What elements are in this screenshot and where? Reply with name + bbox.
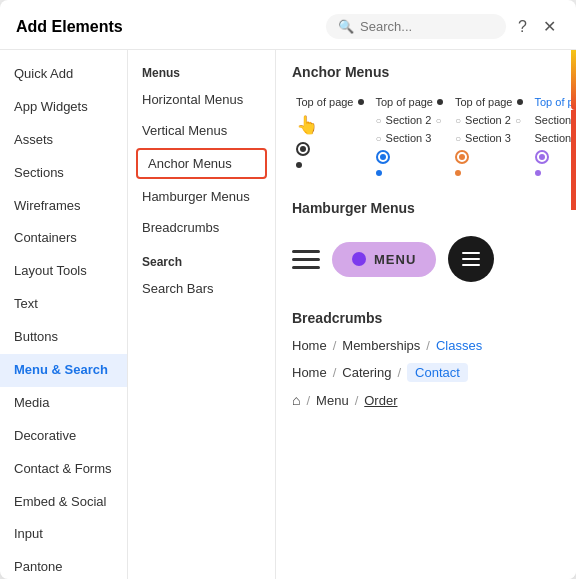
hamburger-line-2 [292, 258, 320, 261]
middle-item-search-bars[interactable]: Search Bars [128, 273, 275, 304]
anchor-row-s2-4: Section 2 [535, 114, 577, 126]
anchor-row-dot-2 [376, 170, 382, 176]
radio-filled-2 [376, 150, 390, 164]
right-edge-accent-bottom [571, 110, 576, 210]
sidebar-item-layout-tools[interactable]: Layout Tools [0, 255, 127, 288]
bc3-home-icon: ⌂ [292, 392, 300, 408]
sidebar-item-pantone-capsule[interactable]: Pantone Capsule [0, 551, 127, 579]
anchor-label-1: Top of page [296, 96, 354, 108]
search-icon: 🔍 [338, 19, 354, 34]
bc3-order: Order [364, 393, 397, 408]
hamburger-lines[interactable] [292, 250, 320, 269]
anchor-row-s2-2: ○ Section 2 ○ [376, 114, 442, 126]
hamburger-line-1 [292, 250, 320, 253]
dot-black-1 [358, 99, 364, 105]
bc1-sep1: / [333, 338, 337, 353]
panel-header: Add Elements 🔍 ? ✕ [0, 0, 576, 50]
anchor-label-2: Top of page [376, 96, 434, 108]
bc1-sep2: / [426, 338, 430, 353]
middle-menus-label: Menus [128, 58, 275, 84]
breadcrumb-row-3: ⌂ / Menu / Order [292, 392, 560, 408]
sidebar-item-media[interactable]: Media [0, 387, 127, 420]
radio-filled-3 [455, 150, 469, 164]
breadcrumb-row-1: Home / Memberships / Classes [292, 338, 560, 353]
anchor-row-cursor: 👆 [296, 114, 318, 136]
sidebar-item-containers[interactable]: Containers [0, 222, 127, 255]
dot-black-3 [517, 99, 523, 105]
anchor-row-radio-4 [535, 150, 549, 164]
bc2-contact: Contact [407, 363, 468, 382]
middle-item-hamburger-menus[interactable]: Hamburger Menus [128, 181, 275, 212]
breadcrumbs-section: Breadcrumbs Home / Memberships / Classes… [292, 310, 560, 408]
anchor-col-3: Top of page ○ Section 2 ○ ○ Section 3 [451, 92, 527, 180]
add-elements-panel: Add Elements 🔍 ? ✕ Quick AddApp WidgetsA… [0, 0, 576, 579]
middle-column: MenusHorizontal MenusVertical MenusAncho… [128, 50, 276, 579]
close-button[interactable]: ✕ [539, 15, 560, 38]
anchor-label-3: Top of page [455, 96, 513, 108]
anchor-section3-3: Section 3 [465, 132, 511, 144]
sidebar-item-app-widgets[interactable]: App Widgets [0, 91, 127, 124]
dot-black-2 [437, 99, 443, 105]
middle-item-anchor-menus[interactable]: Anchor Menus [136, 148, 267, 179]
bc2-catering: Catering [342, 365, 391, 380]
dot-orange-3 [455, 170, 461, 176]
hamburger-heading: Hamburger Menus [292, 200, 560, 216]
anchor-section2-4: Section 2 [535, 114, 577, 126]
bc2-home: Home [292, 365, 327, 380]
hamburger-pill[interactable]: MENU [332, 242, 436, 277]
header-actions: 🔍 ? ✕ [326, 14, 560, 39]
middle-item-breadcrumbs[interactable]: Breadcrumbs [128, 212, 275, 243]
panel-body: Quick AddApp WidgetsAssetsSectionsWirefr… [0, 50, 576, 579]
left-sidebar: Quick AddApp WidgetsAssetsSectionsWirefr… [0, 50, 128, 579]
bc3-sep1: / [306, 393, 310, 408]
anchor-col-4: Top of page Section 2 Section 3 [531, 92, 577, 180]
anchor-menus-grid: Top of page 👆 Top of [292, 92, 560, 180]
bc1-classes[interactable]: Classes [436, 338, 482, 353]
anchor-row-radio-2 [376, 150, 390, 164]
sidebar-item-embed-social[interactable]: Embed & Social [0, 486, 127, 519]
circle-line-1 [462, 252, 480, 254]
bc3-menu: Menu [316, 393, 349, 408]
sidebar-item-buttons[interactable]: Buttons [0, 321, 127, 354]
sidebar-item-contact-forms[interactable]: Contact & Forms [0, 453, 127, 486]
anchor-row-s3-3: ○ Section 3 [455, 132, 511, 144]
middle-item-vertical-menus[interactable]: Vertical Menus [128, 115, 275, 146]
sidebar-item-text[interactable]: Text [0, 288, 127, 321]
hamburger-circle[interactable] [448, 236, 494, 282]
anchor-section2-3: Section 2 [465, 114, 511, 126]
sidebar-item-quick-add[interactable]: Quick Add [0, 58, 127, 91]
panel-title: Add Elements [16, 18, 123, 36]
breadcrumbs-heading: Breadcrumbs [292, 310, 560, 326]
middle-item-horizontal-menus[interactable]: Horizontal Menus [128, 84, 275, 115]
anchor-row-label-1: Top of page [296, 96, 364, 108]
sidebar-item-menu-search[interactable]: Menu & Search [0, 354, 127, 387]
anchor-row-radio-1 [296, 142, 310, 156]
sidebar-item-input[interactable]: Input [0, 518, 127, 551]
anchor-row-dot-3 [455, 170, 461, 176]
circle-line-2 [462, 258, 480, 260]
bc2-sep2: / [397, 365, 401, 380]
anchor-row-dot-1 [296, 162, 302, 168]
anchor-row-s2-3: ○ Section 2 ○ [455, 114, 521, 126]
search-bar[interactable]: 🔍 [326, 14, 506, 39]
anchor-section2-2: Section 2 [386, 114, 432, 126]
anchor-section3-2: Section 3 [386, 132, 432, 144]
anchor-section3-4: Section 3 [535, 132, 577, 144]
radio-filled-4 [535, 150, 549, 164]
sidebar-item-wireframes[interactable]: Wireframes [0, 190, 127, 223]
right-content: Anchor Menus Top of page 👆 [276, 50, 576, 579]
help-button[interactable]: ? [514, 16, 531, 38]
sidebar-item-assets[interactable]: Assets [0, 124, 127, 157]
anchor-col-2: Top of page ○ Section 2 ○ ○ Section 3 [372, 92, 448, 180]
dot-blue-2 [376, 170, 382, 176]
hamburger-line-3 [292, 266, 320, 269]
bc1-home: Home [292, 338, 327, 353]
anchor-col-1: Top of page 👆 [292, 92, 368, 180]
hamburger-section: Hamburger Menus MENU [292, 200, 560, 290]
sidebar-item-sections[interactable]: Sections [0, 157, 127, 190]
breadcrumb-row-2: Home / Catering / Contact [292, 363, 560, 382]
middle-search-label: Search [128, 243, 275, 273]
search-input[interactable] [360, 19, 494, 34]
sidebar-item-decorative[interactable]: Decorative [0, 420, 127, 453]
anchor-label-4: Top of page [535, 96, 577, 108]
